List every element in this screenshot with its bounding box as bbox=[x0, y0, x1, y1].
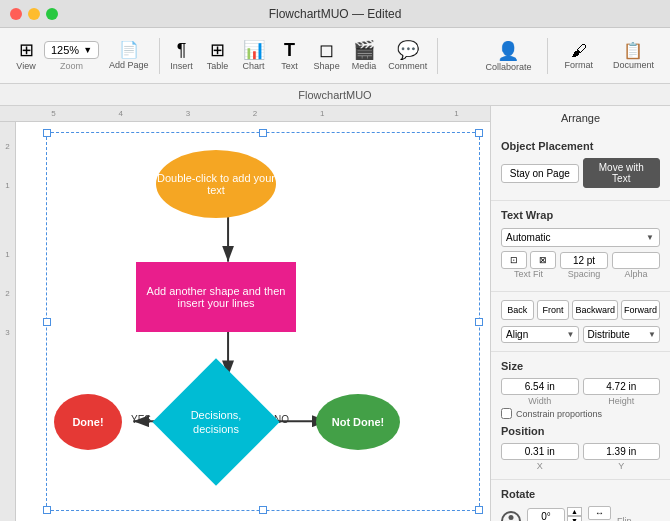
back-button[interactable]: Back bbox=[501, 300, 534, 320]
shape-button[interactable]: ◻ Shape bbox=[308, 37, 346, 75]
placement-row: Stay on Page Move with Text bbox=[501, 158, 660, 188]
width-item: Width bbox=[501, 378, 579, 406]
zoom-value: 125% bbox=[51, 44, 79, 56]
close-button[interactable] bbox=[10, 8, 22, 20]
add-page-button[interactable]: 📄 Add Page bbox=[103, 38, 155, 74]
media-button[interactable]: 🎬 Media bbox=[346, 37, 383, 75]
move-with-text-button[interactable]: Move with Text bbox=[583, 158, 661, 188]
x-item: X bbox=[501, 443, 579, 471]
ellipse-text: Double-click to add your text bbox=[156, 172, 276, 196]
table-icon: ⊞ bbox=[210, 41, 225, 59]
shape-diamond[interactable]: Decisions, decisions bbox=[171, 377, 261, 467]
collaborate-button[interactable]: 👤 Collaborate bbox=[477, 36, 539, 76]
add-page-label: Add Page bbox=[109, 60, 149, 70]
handle-bl[interactable] bbox=[43, 506, 51, 514]
table-label: Table bbox=[207, 61, 229, 71]
text-fit-label: Text Fit bbox=[505, 269, 553, 279]
separator-1 bbox=[159, 38, 160, 74]
collaborate-label: Collaborate bbox=[485, 62, 531, 72]
handle-bc[interactable] bbox=[259, 506, 267, 514]
handle-ml[interactable] bbox=[43, 318, 51, 326]
width-input[interactable] bbox=[501, 378, 579, 395]
canvas-area[interactable]: 5 4 3 2 1 1 2 1 1 2 3 bbox=[0, 106, 490, 521]
canvas-content[interactable]: YES NO Double-click to add your text Add… bbox=[16, 122, 490, 521]
constrain-checkbox[interactable] bbox=[501, 408, 512, 419]
angle-up-button[interactable]: ▲ bbox=[567, 507, 582, 516]
main-area: 5 4 3 2 1 1 2 1 1 2 3 bbox=[0, 106, 670, 521]
comment-button[interactable]: 💬 Comment bbox=[382, 37, 433, 75]
distribute-select[interactable]: Distribute bbox=[583, 326, 661, 343]
separator-2 bbox=[437, 38, 438, 74]
align-distribute-row: Align Distribute bbox=[501, 324, 660, 343]
insert-label: Insert bbox=[170, 61, 193, 71]
rotate-dial[interactable] bbox=[501, 511, 521, 521]
spacing-input[interactable] bbox=[560, 252, 608, 269]
insert-button[interactable]: ¶ Insert bbox=[164, 37, 200, 75]
oval-green-text: Not Done! bbox=[332, 416, 385, 428]
zoom-section[interactable]: 125% ▼ Zoom bbox=[44, 41, 99, 71]
handle-tc[interactable] bbox=[259, 129, 267, 137]
align-select-wrapper[interactable]: Align bbox=[501, 324, 579, 343]
alpha-input[interactable] bbox=[612, 252, 660, 269]
handle-br[interactable] bbox=[475, 506, 483, 514]
handle-tr[interactable] bbox=[475, 129, 483, 137]
ruler-horizontal: 5 4 3 2 1 1 bbox=[0, 106, 490, 122]
minimize-button[interactable] bbox=[28, 8, 40, 20]
shape-oval-red[interactable]: Done! bbox=[54, 394, 122, 450]
tab-arrange[interactable]: Arrange bbox=[491, 106, 670, 132]
angle-steppers: ▲ ▼ bbox=[567, 507, 582, 521]
angle-down-button[interactable]: ▼ bbox=[567, 516, 582, 521]
ruler-h-ticks: 5 4 3 2 1 1 bbox=[0, 106, 490, 121]
forward-button[interactable]: Forward bbox=[621, 300, 660, 320]
ruler-vertical: 2 1 1 2 3 bbox=[0, 122, 16, 521]
separator-3 bbox=[547, 38, 548, 74]
flip-h-button[interactable]: ↔ bbox=[588, 506, 611, 520]
zoom-box[interactable]: 125% ▼ bbox=[44, 41, 99, 59]
format-icon: 🖌 bbox=[571, 42, 587, 60]
shape-rect[interactable]: Add another shape and then insert your l… bbox=[136, 262, 296, 332]
constrain-row: Constrain proportions bbox=[501, 408, 660, 419]
angle-group: ▲ ▼ Angle bbox=[527, 507, 582, 521]
text-icon: T bbox=[284, 41, 295, 59]
text-fit-btn-1[interactable]: ⊡ bbox=[501, 251, 527, 269]
document-name: FlowchartMUO bbox=[298, 89, 371, 101]
handle-tl[interactable] bbox=[43, 129, 51, 137]
text-fit-group: ⊡ ⊠ Text Fit bbox=[501, 251, 556, 279]
front-button[interactable]: Front bbox=[537, 300, 570, 320]
stay-on-page-button[interactable]: Stay on Page bbox=[501, 164, 579, 183]
table-button[interactable]: ⊞ Table bbox=[200, 37, 236, 75]
align-select[interactable]: Align bbox=[501, 326, 579, 343]
wrap-select[interactable]: Automatic bbox=[501, 228, 660, 247]
shape-oval-green[interactable]: Not Done! bbox=[316, 394, 400, 450]
position-grid: X Y bbox=[501, 443, 660, 471]
shape-ellipse[interactable]: Double-click to add your text bbox=[156, 150, 276, 218]
comment-icon: 💬 bbox=[397, 41, 419, 59]
right-panel: Arrange Object Placement Stay on Page Mo… bbox=[490, 106, 670, 521]
height-input[interactable] bbox=[583, 378, 661, 395]
x-label: X bbox=[501, 461, 579, 471]
document-button[interactable]: 📋 Document bbox=[605, 37, 662, 74]
media-icon: 🎬 bbox=[353, 41, 375, 59]
text-fit-btn-2[interactable]: ⊠ bbox=[530, 251, 556, 269]
handle-mr[interactable] bbox=[475, 318, 483, 326]
collaborate-icon: 👤 bbox=[497, 40, 519, 62]
angle-input[interactable] bbox=[527, 508, 565, 522]
wrap-select-wrapper[interactable]: Automatic bbox=[501, 227, 660, 247]
panel-tabs: Arrange bbox=[491, 106, 670, 132]
chart-label: Chart bbox=[243, 61, 265, 71]
y-input[interactable] bbox=[583, 443, 661, 460]
titlebar: FlowchartMUO — Edited bbox=[0, 0, 670, 28]
maximize-button[interactable] bbox=[46, 8, 58, 20]
zoom-chevron-icon: ▼ bbox=[83, 45, 92, 55]
shape-label: Shape bbox=[314, 61, 340, 71]
chart-button[interactable]: 📊 Chart bbox=[236, 37, 272, 75]
distribute-select-wrapper[interactable]: Distribute bbox=[583, 324, 661, 343]
flip-label: Flip bbox=[617, 516, 632, 521]
backward-button[interactable]: Backward bbox=[572, 300, 618, 320]
view-button[interactable]: ⊞ View bbox=[8, 37, 44, 75]
format-button[interactable]: 🖌 Format bbox=[556, 38, 601, 74]
document-label: Document bbox=[613, 60, 654, 70]
x-input[interactable] bbox=[501, 443, 579, 460]
oval-red-text: Done! bbox=[72, 416, 103, 428]
text-button[interactable]: T Text bbox=[272, 37, 308, 75]
